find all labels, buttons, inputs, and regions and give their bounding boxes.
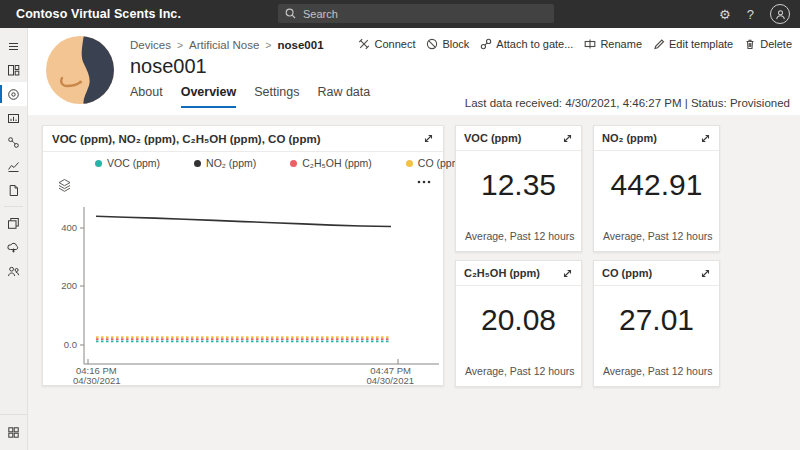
breadcrumb-separator: > (265, 39, 271, 51)
tile-voc-expand-button[interactable] (562, 133, 573, 144)
telemetry-chart-card: VOC (ppm), NO₂ (ppm), C₂H₅OH (ppm), CO (… (42, 125, 444, 386)
tile-no2: NO₂ (ppm) 442.91 Average, Past 12 hours (593, 125, 720, 252)
chart-card-title: VOC (ppm), NO₂ (ppm), C₂H₅OH (ppm), CO (… (52, 133, 423, 145)
sidebar-item-devices[interactable] (0, 82, 27, 106)
series-line-1 (96, 216, 391, 226)
devices-icon (7, 88, 20, 101)
legend-label-no2: NO₂ (ppm) (206, 157, 256, 169)
connect-button[interactable]: Connect (358, 38, 415, 50)
help-icon[interactable]: ? (747, 8, 754, 21)
rename-button[interactable]: Rename (584, 38, 642, 50)
legend-label-c2h5oh: C₂H₅OH (ppm) (302, 157, 372, 169)
tile-voc: VOC (ppm) 12.35 Average, Past 12 hours (455, 125, 582, 252)
sidebar-item-dashboard[interactable] (0, 58, 27, 82)
layers-icon (57, 178, 72, 193)
legend-label-voc: VOC (ppm) (107, 157, 160, 169)
sidebar-app-switcher[interactable] (0, 420, 27, 444)
tile-c2h5oh-title: C₂H₅OH (ppm) (464, 267, 562, 279)
device-avatar-nose-image (46, 36, 114, 104)
jobs-document-icon (7, 184, 20, 197)
tile-no2-title: NO₂ (ppm) (602, 132, 700, 144)
edit-template-button[interactable]: Edit template (653, 38, 733, 50)
dashboard-icon (7, 64, 20, 77)
delete-button[interactable]: Delete (744, 38, 792, 50)
tile-no2-expand-button[interactable] (700, 133, 711, 144)
tile-co-value: 27.01 (594, 303, 719, 337)
x-label-start-date: 04/30/2021 (73, 375, 121, 386)
tile-voc-caption: Average, Past 12 hours (465, 230, 575, 242)
sidebar-item-device-templates[interactable] (0, 211, 27, 235)
block-button[interactable]: Block (426, 38, 469, 50)
tile-c2h5oh: C₂H₅OH (ppm) 20.08 Average, Past 12 hour… (455, 260, 582, 387)
sidebar-item-jobs[interactable] (0, 178, 27, 202)
person-icon (775, 9, 786, 20)
chart-expand-button[interactable] (423, 133, 434, 144)
more-ellipsis-icon (417, 180, 431, 184)
expand-icon (700, 268, 711, 279)
kpi-tiles: VOC (ppm) 12.35 Average, Past 12 hours N… (455, 125, 720, 387)
edit-template-label: Edit template (669, 38, 733, 50)
y-tick-label-200: 200 (61, 280, 77, 291)
sidebar-menu-toggle[interactable] (0, 34, 27, 58)
chart-layers-button[interactable] (57, 178, 72, 193)
block-icon (426, 38, 438, 50)
chart-plot-area: 400 200 0.0 04:16 PM 04/30/2021 04:47 PM… (43, 192, 445, 386)
rules-icon (7, 136, 20, 149)
tab-settings[interactable]: Settings (254, 85, 299, 108)
tile-c2h5oh-expand-button[interactable] (562, 268, 573, 279)
breadcrumb-artificial-nose[interactable]: Artificial Nose (189, 39, 259, 51)
organizations-people-icon (7, 265, 20, 278)
connect-label: Connect (374, 38, 415, 50)
device-header: Devices > Artificial Nose > nose001 nose… (28, 28, 800, 115)
legend-item-c2h5oh[interactable]: C₂H₅OH (ppm) (290, 157, 372, 169)
sidebar-item-analytics[interactable] (0, 154, 27, 178)
breadcrumb-separator: > (177, 39, 183, 51)
device-toolbar: Connect Block Attach to gate... Rename E… (358, 38, 792, 50)
chart-legend: VOC (ppm) NO₂ (ppm) C₂H₅OH (ppm) CO (ppm… (43, 157, 443, 169)
sidebar-item-organizations[interactable] (0, 259, 27, 283)
series-lines (96, 216, 391, 341)
expand-icon (562, 268, 573, 279)
tab-raw-data[interactable]: Raw data (317, 85, 370, 108)
attach-to-gateway-button[interactable]: Attach to gate... (480, 38, 573, 50)
account-avatar-icon[interactable] (770, 4, 790, 24)
tab-bar: About Overview Settings Raw data (130, 85, 370, 108)
expand-icon (562, 133, 573, 144)
tab-overview[interactable]: Overview (181, 85, 237, 108)
tile-no2-value: 442.91 (594, 168, 719, 202)
tile-co-caption: Average, Past 12 hours (603, 365, 713, 377)
rename-label: Rename (600, 38, 642, 50)
search-box[interactable] (278, 4, 554, 23)
sidebar-item-rules[interactable] (0, 130, 27, 154)
page-title: nose001 (130, 55, 207, 78)
edit-template-pencil-icon (653, 38, 665, 50)
tile-co: CO (ppm) 27.01 Average, Past 12 hours (593, 260, 720, 387)
chart-more-button[interactable] (417, 180, 431, 184)
legend-dot-voc (95, 160, 102, 167)
x-label-end-date: 04/30/2021 (366, 375, 414, 386)
legend-item-no2[interactable]: NO₂ (ppm) (194, 157, 256, 169)
tab-about[interactable]: About (130, 85, 163, 108)
tile-co-expand-button[interactable] (700, 268, 711, 279)
y-tick-label-400: 400 (61, 222, 77, 233)
delete-label: Delete (760, 38, 792, 50)
settings-gear-icon[interactable]: ⚙ (719, 8, 731, 21)
legend-item-voc[interactable]: VOC (ppm) (95, 157, 160, 169)
legend-dot-no2 (194, 160, 201, 167)
y-tick-label-0: 0.0 (64, 339, 77, 350)
breadcrumb-devices[interactable]: Devices (130, 39, 171, 51)
attach-gateway-icon (480, 38, 492, 50)
rename-icon (584, 38, 596, 50)
sidebar (0, 28, 28, 450)
tile-co-title: CO (ppm) (602, 267, 700, 279)
expand-icon (700, 133, 711, 144)
app-switcher-grid-icon (7, 426, 20, 439)
sidebar-item-device-groups[interactable] (0, 106, 27, 130)
device-templates-icon (7, 217, 20, 230)
sidebar-item-data-export[interactable] (0, 235, 27, 259)
search-input[interactable] (303, 8, 547, 20)
device-groups-icon (7, 112, 20, 125)
data-export-cloud-icon (7, 241, 20, 254)
app-title[interactable]: Contoso Virtual Scents Inc. (16, 7, 181, 21)
tile-voc-title: VOC (ppm) (464, 132, 562, 144)
